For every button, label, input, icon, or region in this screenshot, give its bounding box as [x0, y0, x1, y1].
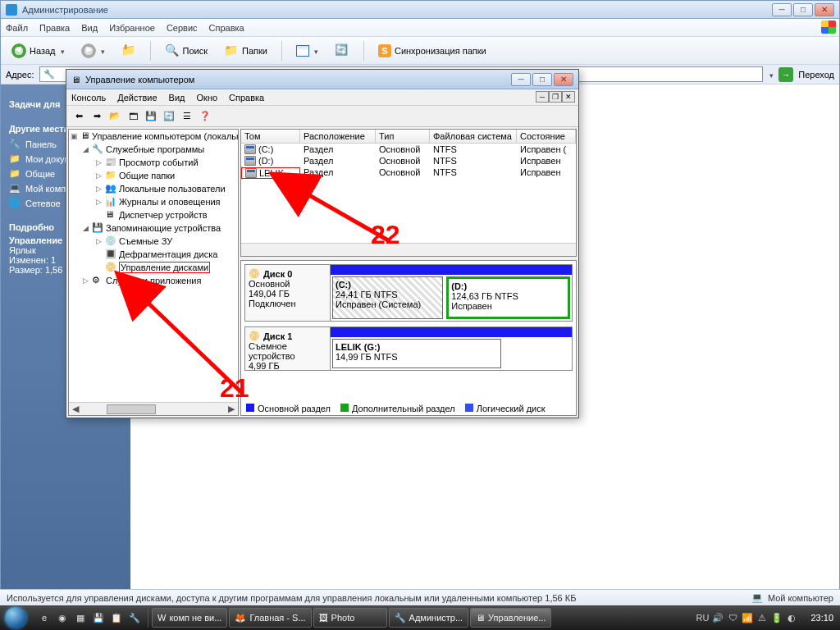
tb-props-icon[interactable]: 🗔: [126, 109, 140, 124]
search-button[interactable]: Поиск: [159, 40, 213, 62]
tb-list-icon[interactable]: ☰: [180, 109, 194, 124]
tray-icon[interactable]: 🔊: [712, 613, 724, 623]
tree-item[interactable]: ▷👥Локальные пользователи: [69, 182, 238, 195]
mmc-titlebar: 🖥 Управление компьютером ─ □ ✕: [66, 70, 578, 89]
folders-button[interactable]: Папки: [218, 40, 273, 62]
mmc-menu-view[interactable]: Вид: [169, 93, 185, 103]
up-button[interactable]: [116, 40, 142, 62]
ql-item-icon[interactable]: ▦: [72, 608, 89, 628]
tree-services[interactable]: ▷⚙Службы и приложения: [69, 274, 238, 287]
drive-icon: [245, 168, 257, 178]
tree-item[interactable]: 🔳Дефрагментация диска: [69, 248, 238, 261]
col-type[interactable]: Тип: [376, 130, 430, 143]
mdi-minimize[interactable]: ─: [536, 91, 549, 103]
tray-icon[interactable]: 🔋: [771, 613, 783, 623]
mmc-maximize[interactable]: □: [532, 73, 552, 86]
mmc-title-text: Управление компьютером: [85, 75, 194, 84]
ql-item-icon[interactable]: 📋: [108, 608, 125, 628]
task-button[interactable]: 🦊Главная - S...: [229, 608, 311, 628]
tb-fwd-icon[interactable]: ➡: [89, 109, 104, 124]
volume-scrollbar[interactable]: [241, 243, 576, 256]
col-fs[interactable]: Файловая система: [430, 130, 517, 143]
tree-item[interactable]: ▷📰Просмотр событий: [69, 156, 238, 169]
tb-refresh-icon[interactable]: 🔄: [162, 109, 176, 124]
mmc-minimize[interactable]: ─: [511, 73, 531, 86]
drive-icon: [244, 144, 256, 154]
refresh-button[interactable]: [329, 40, 355, 62]
tb-back-icon[interactable]: ⬅: [71, 109, 86, 124]
tree-item[interactable]: ▷💿Съемные ЗУ: [69, 235, 238, 248]
mmc-tree[interactable]: ▣🖥Управление компьютером (локальный) ◢🔧С…: [68, 129, 239, 416]
task-buttons: Wкомп не ви... 🦊Главная - S... 🖼Photo 🔧А…: [148, 608, 690, 628]
forward-button[interactable]: [75, 40, 111, 62]
minimize-button[interactable]: ─: [772, 3, 792, 16]
tree-scrollbar[interactable]: ◀▶: [69, 402, 238, 415]
tree-root[interactable]: ▣🖥Управление компьютером (локальный): [69, 130, 238, 143]
tray-icon[interactable]: ⚠: [756, 613, 768, 623]
toolbar: Назад Поиск Папки SСинхронизация папки: [1, 37, 839, 65]
task-button[interactable]: 🔧Администр...: [389, 608, 469, 628]
col-state[interactable]: Состояние: [517, 130, 576, 143]
address-dropdown[interactable]: [768, 70, 774, 80]
start-button[interactable]: [0, 605, 31, 630]
tree-item[interactable]: 🖥Диспетчер устройств: [69, 208, 238, 221]
app-icon: [6, 4, 17, 16]
mmc-menu-console[interactable]: Консоль: [71, 93, 106, 103]
mmc-menu-action[interactable]: Действие: [117, 93, 157, 103]
tb-up-icon[interactable]: 📂: [107, 109, 122, 124]
tree-item[interactable]: ▷📊Журналы и оповещения: [69, 195, 238, 208]
menu-file[interactable]: Файл: [6, 23, 28, 33]
ql-item-icon[interactable]: 🔧: [126, 608, 143, 628]
task-button[interactable]: 🖥Управление...: [470, 608, 551, 628]
clock[interactable]: 23:10: [804, 613, 840, 623]
search-icon: [165, 43, 180, 58]
partition-g[interactable]: LELIK (G:)14,99 ГБ NTFS: [332, 339, 501, 368]
close-button[interactable]: ✕: [815, 3, 834, 16]
tree-system-tools[interactable]: ◢🔧Служебные программы: [69, 143, 238, 156]
disk1-block[interactable]: 📀Диск 1 Съемное устройство4,99 ГБ LELIK …: [244, 326, 573, 371]
col-volume[interactable]: Том: [241, 130, 300, 143]
lang-indicator[interactable]: RU: [696, 613, 710, 623]
disk0-block[interactable]: 📀Диск 0 Основной149,04 ГБПодключен (C:)2…: [244, 264, 573, 322]
partition-d[interactable]: (D:)124,63 ГБ NTFSИсправен: [446, 276, 570, 319]
volume-row[interactable]: (C:) РазделОсновнойNTFSИсправен (: [241, 144, 576, 155]
tray-icon[interactable]: 🛡: [727, 613, 738, 623]
ql-chrome-icon[interactable]: ◉: [54, 608, 71, 628]
menu-tools[interactable]: Сервис: [167, 23, 198, 33]
col-layout[interactable]: Расположение: [300, 130, 376, 143]
tb-export-icon[interactable]: 💾: [144, 109, 158, 124]
task-button[interactable]: Wкомп не ви...: [152, 608, 227, 628]
ql-ie-icon[interactable]: e: [36, 608, 52, 628]
menu-view[interactable]: Вид: [81, 23, 98, 33]
go-icon[interactable]: →: [778, 67, 793, 82]
up-icon: [121, 43, 136, 58]
views-button[interactable]: [290, 40, 324, 62]
volume-row[interactable]: (D:) РазделОсновнойNTFSИсправен: [241, 155, 576, 167]
tb-help-icon[interactable]: ❓: [198, 109, 212, 124]
go-label[interactable]: Переход: [798, 70, 834, 80]
menu-help[interactable]: Справка: [209, 23, 244, 33]
volume-list[interactable]: Том Расположение Тип Файловая система Со…: [240, 129, 577, 257]
menu-edit[interactable]: Правка: [39, 23, 70, 33]
maximize-button[interactable]: □: [793, 3, 813, 16]
mdi-restore[interactable]: ❐: [549, 91, 562, 103]
volume-row-lelik[interactable]: LELIK РазделОсновнойNTFSИсправен: [241, 167, 576, 180]
mmc-menu-help[interactable]: Справка: [229, 93, 264, 103]
menu-favorites[interactable]: Избранное: [109, 23, 155, 33]
back-icon: [11, 43, 26, 58]
partition-c[interactable]: (C:)24,41 ГБ NTFSИсправен (Система): [332, 276, 443, 319]
tree-storage[interactable]: ◢💾Запоминающие устройства: [69, 221, 238, 235]
ql-item-icon[interactable]: 💾: [90, 608, 107, 628]
tray-icon[interactable]: ◐: [786, 613, 797, 623]
address-label: Адрес:: [6, 70, 34, 80]
task-button[interactable]: 🖼Photo: [313, 608, 387, 628]
tree-disk-management[interactable]: 📀Управление дисками: [69, 261, 238, 274]
sync-button[interactable]: SСинхронизация папки: [372, 40, 492, 62]
mdi-close[interactable]: ✕: [562, 91, 575, 103]
window-title: Администрирование: [22, 5, 108, 15]
back-button[interactable]: Назад: [6, 40, 71, 62]
mmc-menu-window[interactable]: Окно: [197, 93, 218, 103]
tray-icon[interactable]: 📶: [742, 613, 753, 623]
tree-item[interactable]: ▷📁Общие папки: [69, 169, 238, 182]
mmc-close[interactable]: ✕: [554, 73, 573, 86]
